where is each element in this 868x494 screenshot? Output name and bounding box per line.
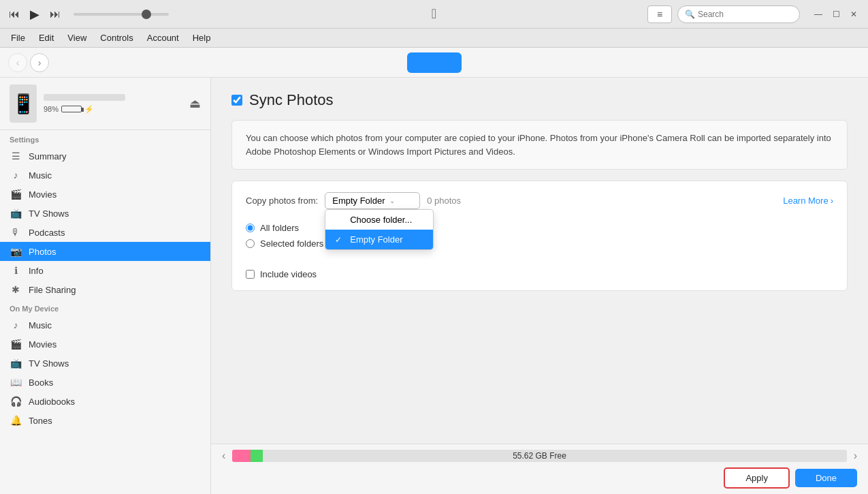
- sidebar-item-audiobooks[interactable]: 🎧 Audiobooks: [0, 392, 210, 411]
- copy-section: Copy photos from: Empty Folder ⌄ Choose …: [231, 181, 848, 291]
- main-layout: 📱 98% ⚡ ⏏ Settings ☰ Summary ♪ Music: [0, 78, 868, 494]
- sidebar-label-summary: Summary: [29, 151, 67, 161]
- sidebar-item-file-sharing[interactable]: ✱ File Sharing: [0, 280, 210, 299]
- scroll-left-button[interactable]: ‹: [222, 450, 225, 462]
- dropdown-item-label-1: Empty Folder: [350, 234, 402, 245]
- sidebar-label-photos: Photos: [29, 247, 56, 257]
- learn-more-link[interactable]: Learn More ›: [783, 196, 833, 206]
- search-box: 🔍: [677, 5, 800, 23]
- sidebar-item-tones[interactable]: 🔔 Tones: [0, 411, 210, 430]
- charging-icon: ⚡: [84, 105, 94, 114]
- copy-row: Copy photos from: Empty Folder ⌄ Choose …: [246, 192, 833, 209]
- sync-header: Sync Photos: [231, 91, 848, 109]
- include-videos-label: Include videos: [260, 269, 317, 279]
- apply-button[interactable]: Apply: [724, 467, 790, 489]
- summary-icon: ☰: [10, 151, 22, 161]
- sidebar-item-summary[interactable]: ☰ Summary: [0, 146, 210, 166]
- sidebar-label-podcasts: Podcasts: [29, 228, 65, 238]
- eject-button[interactable]: ⏏: [189, 96, 201, 111]
- include-videos-checkbox[interactable]: [246, 270, 255, 279]
- nav-bar: ‹ ›: [0, 48, 868, 78]
- menu-controls[interactable]: Controls: [95, 31, 138, 45]
- sidebar-label-tv-shows2: TV Shows: [29, 358, 69, 369]
- fast-forward-button[interactable]: ⏭: [48, 7, 63, 22]
- playback-slider[interactable]: [74, 13, 169, 16]
- sidebar-item-info[interactable]: ℹ Info: [0, 261, 210, 280]
- sidebar-label-movies2: Movies: [29, 339, 57, 350]
- search-input[interactable]: [698, 10, 793, 19]
- device-icon: 📱: [10, 84, 37, 123]
- sidebar-label-movies: Movies: [29, 189, 57, 200]
- close-button[interactable]: ✕: [846, 7, 861, 22]
- menu-account[interactable]: Account: [142, 31, 184, 45]
- window-controls: — ☐ ✕: [811, 7, 861, 22]
- forward-button[interactable]: ›: [30, 53, 49, 72]
- scroll-right-button[interactable]: ›: [854, 450, 857, 462]
- list-icon: ≡: [657, 9, 662, 20]
- menu-edit[interactable]: Edit: [33, 31, 59, 45]
- search-icon: 🔍: [685, 10, 695, 19]
- sidebar-item-movies2[interactable]: 🎬 Movies: [0, 335, 210, 354]
- sidebar-label-tv-shows: TV Shows: [29, 209, 69, 219]
- menu-help[interactable]: Help: [187, 31, 216, 45]
- photos-count: 0 photos: [427, 196, 461, 206]
- rewind-button[interactable]: ⏮: [7, 7, 22, 22]
- sidebar-item-photos[interactable]: 📷 Photos: [0, 242, 210, 261]
- menu-view[interactable]: View: [62, 31, 92, 45]
- playback-controls: ⏮ ▶ ⏭: [7, 7, 174, 22]
- movies-icon: 🎬: [10, 189, 22, 200]
- dropdown-value: Empty Folder: [332, 196, 385, 206]
- device-details: 98% ⚡: [44, 94, 182, 114]
- nav-arrows: ‹ ›: [8, 53, 49, 72]
- photos-icon: 📷: [10, 246, 22, 257]
- music2-icon: ♪: [10, 320, 22, 330]
- chevron-right-icon: ›: [831, 196, 833, 206]
- sidebar-label-music: Music: [29, 170, 52, 181]
- bottom-actions: Apply Done: [222, 467, 857, 489]
- folder-dropdown[interactable]: Empty Folder ⌄: [325, 192, 420, 209]
- sidebar-item-tv-shows[interactable]: 📺 TV Shows: [0, 204, 210, 223]
- tv-icon: 📺: [10, 208, 22, 219]
- sidebar-label-info: Info: [29, 266, 44, 276]
- sync-photos-checkbox[interactable]: [231, 95, 242, 106]
- podcasts-icon: 🎙: [10, 227, 22, 238]
- device-button[interactable]: [407, 52, 462, 73]
- dropdown-item-empty-folder[interactable]: ✓ Empty Folder: [325, 230, 433, 249]
- dropdown-wrapper: Empty Folder ⌄ Choose folder... ✓ Emp: [325, 192, 420, 209]
- books-icon: 📖: [10, 377, 22, 388]
- playback-thumb: [142, 10, 151, 19]
- dropdown-item-choose-folder[interactable]: Choose folder...: [325, 210, 433, 230]
- check-selected-icon: ✓: [335, 235, 344, 245]
- sidebar-item-tv-shows2[interactable]: 📺 TV Shows: [0, 354, 210, 373]
- all-folders-label: All folders: [260, 223, 299, 233]
- movies2-icon: 🎬: [10, 339, 22, 350]
- done-button[interactable]: Done: [795, 469, 857, 487]
- dropdown-menu: Choose folder... ✓ Empty Folder: [325, 209, 434, 250]
- selected-folders-radio[interactable]: [246, 239, 255, 248]
- storage-segment-photos: [232, 450, 251, 462]
- sidebar-item-books[interactable]: 📖 Books: [0, 373, 210, 392]
- content-panel: Sync Photos You can choose which photos …: [211, 78, 868, 494]
- file-sharing-icon: ✱: [10, 284, 22, 295]
- sidebar-item-movies[interactable]: 🎬 Movies: [0, 185, 210, 204]
- sidebar-item-podcasts[interactable]: 🎙 Podcasts: [0, 223, 210, 242]
- info-text: You can choose which photos from your co…: [246, 133, 831, 157]
- menu-toggle-button[interactable]: ≡: [647, 5, 672, 23]
- minimize-button[interactable]: —: [811, 7, 826, 22]
- play-button[interactable]: ▶: [27, 7, 42, 22]
- sync-photos-title: Sync Photos: [249, 91, 334, 109]
- dropdown-item-label-0: Choose folder...: [350, 215, 412, 225]
- sidebar-item-music[interactable]: ♪ Music: [0, 166, 210, 185]
- menu-file[interactable]: File: [5, 31, 31, 45]
- all-folders-radio[interactable]: [246, 223, 255, 232]
- back-button[interactable]: ‹: [8, 53, 27, 72]
- storage-bar-container: ‹ 55.62 GB Free ›: [222, 450, 857, 462]
- sidebar-item-music2[interactable]: ♪ Music: [0, 315, 210, 335]
- maximize-button[interactable]: ☐: [829, 7, 843, 22]
- apple-logo: : [432, 6, 436, 22]
- copy-label: Copy photos from:: [246, 196, 318, 206]
- info-icon: ℹ: [10, 265, 22, 276]
- sidebar-label-tones: Tones: [29, 416, 52, 426]
- storage-bar: [232, 450, 846, 462]
- settings-section-label: Settings: [0, 130, 210, 146]
